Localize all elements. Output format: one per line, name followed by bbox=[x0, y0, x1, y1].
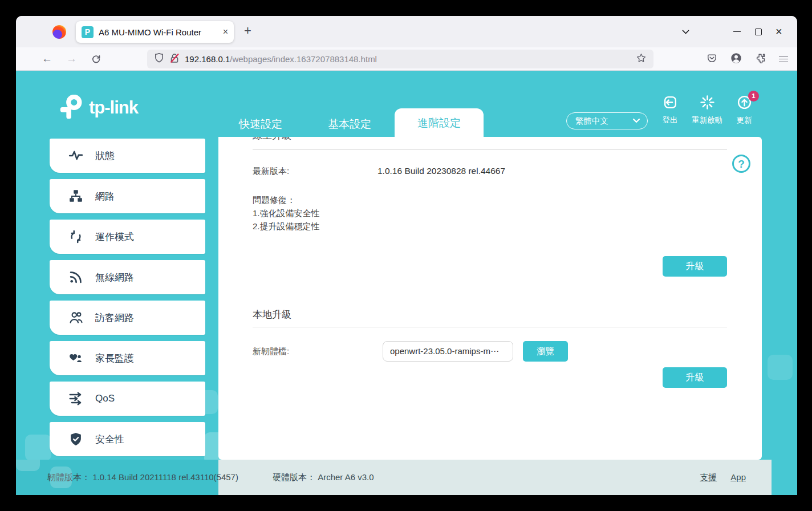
support-link[interactable]: 支援 bbox=[700, 472, 717, 483]
decor-blob bbox=[50, 467, 72, 488]
tplink-logo: tp-link bbox=[58, 95, 138, 121]
tplink-logo-mark bbox=[58, 95, 84, 121]
release-notes: 問題修復： 1.強化設備安全性 2.提升設備穩定性 bbox=[253, 193, 320, 233]
cycle-arrows-icon bbox=[68, 229, 83, 244]
sidebar-item-security[interactable]: 安全性 bbox=[50, 422, 205, 456]
tplink-favicon: P bbox=[82, 26, 94, 38]
divider bbox=[253, 327, 727, 327]
window-minimize-button[interactable] bbox=[733, 16, 741, 47]
forward-button: → bbox=[66, 52, 77, 66]
sidebar-item-status[interactable]: 狀態 bbox=[50, 139, 205, 173]
tab-close-icon[interactable]: × bbox=[223, 27, 228, 37]
browser-tab-strip: P A6 MU-MIMO Wi-Fi Router × + × bbox=[16, 16, 797, 47]
guests-icon bbox=[68, 310, 83, 325]
pulse-icon bbox=[68, 148, 83, 163]
new-tab-button[interactable]: + bbox=[244, 23, 251, 38]
firmware-upgrade-panel: 線上升級 最新版本: 1.0.16 Build 20230828 rel.446… bbox=[218, 137, 762, 460]
url-path: /webpages/index.1637207883148.html bbox=[230, 54, 377, 64]
reboot-icon bbox=[699, 95, 715, 111]
sidebar-item-qos[interactable]: QoS bbox=[50, 382, 205, 416]
logout-icon bbox=[662, 95, 678, 111]
release-notes-title: 問題修復： bbox=[253, 193, 320, 206]
hamburger-menu-icon[interactable] bbox=[779, 54, 788, 64]
browser-tab[interactable]: P A6 MU-MIMO Wi-Fi Router × bbox=[76, 21, 234, 43]
tab-basic[interactable]: 基本設定 bbox=[315, 117, 384, 132]
browse-button[interactable]: 瀏覽 bbox=[523, 341, 568, 362]
network-icon bbox=[68, 189, 83, 204]
divider bbox=[253, 149, 727, 150]
sidebar-item-network[interactable]: 網路 bbox=[50, 179, 205, 213]
window-maximize-button[interactable] bbox=[755, 16, 762, 47]
footer: 韌體版本： 1.0.14 Build 20211118 rel.43110(54… bbox=[16, 460, 797, 495]
online-upgrade-button[interactable]: 升級 bbox=[663, 256, 727, 277]
parental-icon bbox=[68, 351, 83, 366]
tab-advanced-active[interactable]: 進階設定 bbox=[395, 108, 484, 137]
update-icon: 1 bbox=[736, 95, 752, 111]
qos-arrows-icon bbox=[68, 391, 83, 406]
firmware-file-label: 新韌體檔: bbox=[253, 346, 289, 357]
language-select[interactable]: 繁體中文 bbox=[566, 112, 648, 129]
decor-blob bbox=[768, 355, 793, 380]
online-upgrade-heading-clipped: 線上升級 bbox=[253, 137, 291, 141]
chevron-down-icon bbox=[633, 119, 640, 123]
shield-icon[interactable] bbox=[154, 52, 164, 66]
latest-version-value: 1.0.16 Build 20230828 rel.44667 bbox=[377, 166, 505, 176]
browser-window: P A6 MU-MIMO Wi-Fi Router × + × ← → 192.… bbox=[16, 16, 797, 495]
back-button[interactable]: ← bbox=[42, 52, 52, 66]
browser-toolbar: ← → 192.168.0.1/webpages/index.163720788… bbox=[16, 47, 797, 71]
url-bar[interactable]: 192.168.0.1/webpages/index.1637207883148… bbox=[147, 50, 653, 68]
tab-list-chevron-icon[interactable] bbox=[682, 16, 689, 47]
router-page: tp-link 快速設定 基本設定 進階設定 繁體中文 登出 重新啟動 bbox=[16, 71, 797, 495]
hardware-version: 硬體版本： Archer A6 v3.0 bbox=[273, 472, 374, 483]
sidebar-item-parental-controls[interactable]: 家長監護 bbox=[50, 341, 205, 375]
update-badge: 1 bbox=[748, 91, 759, 102]
extensions-puzzle-icon[interactable] bbox=[755, 52, 766, 66]
firmware-file-input[interactable] bbox=[383, 341, 513, 362]
help-icon[interactable]: ? bbox=[732, 155, 750, 173]
latest-version-label: 最新版本: bbox=[253, 166, 289, 177]
url-host: 192.168.0.1 bbox=[185, 54, 230, 64]
reload-button[interactable] bbox=[91, 54, 101, 67]
window-close-button[interactable]: × bbox=[776, 16, 782, 47]
sidebar-item-wireless[interactable]: 無線網路 bbox=[50, 260, 205, 294]
firmware-version-value: 1.0.14 Build 20211118 rel.43110(5457) bbox=[92, 472, 238, 482]
update-button[interactable]: 1 更新 bbox=[726, 95, 762, 125]
bookmark-star-icon[interactable] bbox=[636, 52, 647, 66]
insecure-lock-icon[interactable] bbox=[169, 52, 180, 66]
firefox-icon[interactable] bbox=[52, 25, 66, 39]
tplink-logo-text: tp-link bbox=[89, 98, 138, 118]
app-link[interactable]: App bbox=[730, 472, 746, 483]
logout-button[interactable]: 登出 bbox=[652, 95, 688, 125]
tab-quick-setup[interactable]: 快速設定 bbox=[226, 117, 295, 132]
firmware-version: 韌體版本： 1.0.14 Build 20211118 rel.43110(54… bbox=[47, 472, 238, 483]
release-note-item: 1.強化設備安全性 bbox=[253, 206, 320, 220]
release-note-item: 2.提升設備穩定性 bbox=[253, 220, 320, 233]
tab-title: A6 MU-MIMO Wi-Fi Router bbox=[99, 27, 220, 37]
pocket-icon[interactable] bbox=[707, 52, 717, 66]
hardware-version-value: Archer A6 v3.0 bbox=[318, 472, 373, 482]
hardware-version-label: 硬體版本： bbox=[273, 472, 315, 482]
local-upgrade-button[interactable]: 升級 bbox=[663, 367, 727, 388]
sidebar-item-operation-mode[interactable]: 運作模式 bbox=[50, 220, 205, 254]
footer-right-strip bbox=[772, 460, 797, 495]
language-value: 繁體中文 bbox=[575, 116, 608, 127]
local-upgrade-heading: 本地升級 bbox=[253, 308, 291, 321]
wifi-icon bbox=[68, 270, 83, 285]
sidebar: 狀態 網路 運作模式 無線網路 訪客網路 家長監護 bbox=[50, 139, 205, 463]
decor-blob bbox=[16, 460, 40, 471]
decor-blob bbox=[25, 435, 51, 461]
shield-check-icon bbox=[68, 432, 83, 447]
reboot-button[interactable]: 重新啟動 bbox=[689, 95, 725, 125]
account-icon[interactable] bbox=[730, 52, 742, 66]
sidebar-item-guest-network[interactable]: 訪客網路 bbox=[50, 301, 205, 335]
